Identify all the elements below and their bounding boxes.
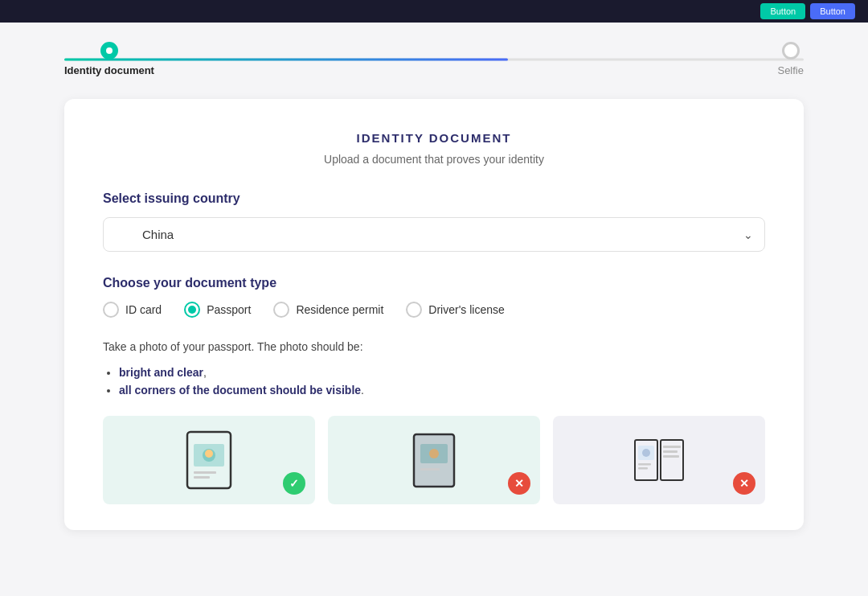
radio-residence-permit[interactable]: Residence permit bbox=[273, 302, 383, 318]
radio-drivers-license-circle bbox=[406, 302, 422, 318]
radio-drivers-license-label: Driver's license bbox=[428, 303, 504, 316]
svg-point-3 bbox=[205, 450, 213, 458]
chevron-down-icon: ⌄ bbox=[743, 228, 753, 241]
country-section-label: Select issuing country bbox=[103, 191, 765, 206]
instruction-item-2-bold: all corners of the document should be vi… bbox=[119, 384, 361, 397]
top-bar: Button Button bbox=[0, 0, 868, 23]
main-content: Identity document Selfie IDENTITY DOCUME… bbox=[0, 23, 868, 596]
passport-bad-open-illustration bbox=[631, 428, 687, 492]
instructions-text: Take a photo of your passport. The photo… bbox=[103, 340, 765, 353]
passport-good-illustration bbox=[181, 428, 237, 492]
radio-passport-circle bbox=[184, 302, 200, 318]
step-selfie-label: Selfie bbox=[777, 64, 804, 76]
radio-residence-permit-label: Residence permit bbox=[296, 303, 383, 316]
svg-point-14 bbox=[642, 449, 650, 457]
radio-id-card[interactable]: ID card bbox=[103, 302, 162, 318]
photo-example-bad-open: ✕ bbox=[553, 416, 765, 504]
svg-rect-17 bbox=[663, 446, 681, 448]
passport-bad-angle-illustration bbox=[406, 428, 462, 492]
radio-passport[interactable]: Passport bbox=[184, 302, 251, 318]
radio-drivers-license[interactable]: Driver's license bbox=[406, 302, 504, 318]
step-selfie-circle bbox=[782, 42, 800, 60]
badge-good: ✓ bbox=[283, 472, 305, 495]
doctype-section-label: Choose your document type bbox=[103, 276, 765, 290]
instruction-item-2-rest: . bbox=[361, 384, 364, 397]
instruction-item-1: bright and clear, bbox=[119, 366, 765, 379]
svg-rect-16 bbox=[638, 467, 648, 470]
step-selfie: Selfie bbox=[777, 42, 804, 76]
country-select-wrapper: 🇨🇳 China ⌄ bbox=[103, 217, 765, 252]
photo-examples: ✓ ✕ bbox=[103, 416, 765, 504]
country-select[interactable]: China ⌄ bbox=[103, 217, 765, 252]
radio-id-card-circle bbox=[103, 302, 119, 318]
radio-residence-permit-circle bbox=[273, 302, 289, 318]
photo-example-bad-angle: ✕ bbox=[328, 416, 540, 504]
country-value: China bbox=[142, 228, 174, 241]
svg-rect-19 bbox=[663, 455, 679, 458]
svg-rect-15 bbox=[638, 463, 651, 466]
svg-rect-10 bbox=[420, 468, 440, 471]
top-bar-blue-button[interactable]: Button bbox=[810, 3, 855, 19]
svg-rect-18 bbox=[663, 450, 678, 453]
instructions-list: bright and clear, all corners of the doc… bbox=[103, 366, 765, 397]
badge-bad-angle: ✕ bbox=[508, 472, 530, 495]
document-type-group: ID card Passport Residence permit Driver… bbox=[103, 302, 765, 318]
identity-card: IDENTITY DOCUMENT Upload a document that… bbox=[64, 99, 804, 530]
step-identity: Identity document bbox=[64, 42, 154, 76]
card-subtitle: Upload a document that proves your ident… bbox=[103, 153, 765, 166]
instruction-item-2: all corners of the document should be vi… bbox=[119, 384, 765, 397]
photo-example-good: ✓ bbox=[103, 416, 315, 504]
instruction-item-1-rest: , bbox=[203, 366, 207, 379]
progress-bar: Identity document Selfie bbox=[64, 42, 804, 76]
badge-bad-open: ✕ bbox=[733, 472, 755, 495]
step-identity-circle bbox=[100, 42, 118, 60]
card-title: IDENTITY DOCUMENT bbox=[103, 131, 765, 145]
svg-rect-9 bbox=[414, 434, 454, 487]
instruction-item-1-bold: bright and clear bbox=[119, 366, 203, 379]
svg-rect-5 bbox=[194, 476, 210, 479]
progress-track bbox=[64, 58, 804, 60]
step-identity-label: Identity document bbox=[64, 64, 154, 76]
svg-rect-4 bbox=[194, 471, 216, 474]
radio-id-card-label: ID card bbox=[125, 303, 162, 316]
radio-passport-label: Passport bbox=[207, 303, 251, 316]
top-bar-green-button[interactable]: Button bbox=[760, 3, 805, 19]
